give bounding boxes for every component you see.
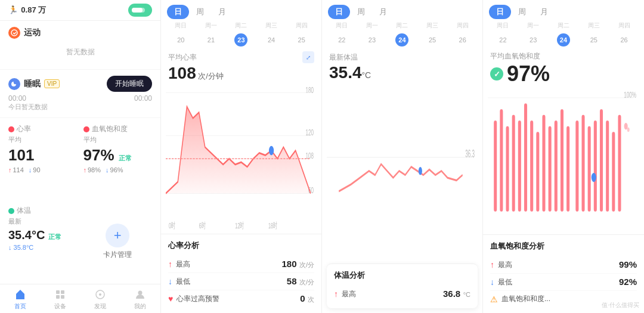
discover-icon [94, 288, 107, 301]
heart-analysis-title: 心率分析 [168, 240, 314, 251]
temp-latest-value: 35.4°C [322, 63, 482, 83]
oxy-value: 97% 正常 [83, 147, 153, 164]
oxy-warn-icon: ⚠ [490, 295, 498, 304]
nav-home[interactable]: 首页 [0, 288, 40, 311]
heart-metric-value: 108 次/分钟 [161, 63, 321, 83]
heart-date-row: 20 21 23 24 25 [161, 31, 321, 50]
left-panel: 🏃 0.87 万 运动 暂无数据 睡眠 VIP [0, 0, 161, 313]
heart-analysis: 心率分析 ↑ 最高 180 次/分 ↓ 最低 58 次/分 [161, 234, 321, 313]
sleep-no-data: 今日暂无数据 [8, 103, 152, 111]
temperature-card: 体温 最新 35.4°C 正常 ↓ 35.8°C [8, 206, 78, 278]
heart-analysis-high: ↑ 最高 180 次/分 [168, 256, 314, 273]
oxy-analysis-warn: ⚠ 血氧饱和和度... [490, 291, 637, 307]
profile-icon [134, 288, 147, 301]
oxy-label: 血氧饱和度 [92, 124, 128, 134]
home-icon [14, 288, 27, 301]
svg-point-10 [138, 291, 143, 295]
start-sleep-button[interactable]: 开始睡眠 [107, 76, 152, 92]
add-icon: + [106, 224, 129, 247]
heart-rate-chart-panel: 日 周 月 周日 周一 周二 周三 周四 20 21 23 24 25 平均心率… [161, 0, 322, 313]
temp-value: 35.4°C 正常 [8, 228, 78, 241]
nav-discover-label: 发现 [94, 302, 106, 311]
temp-analysis-high: ↑ 最高 36.8 °C [334, 286, 470, 302]
vip-badge: VIP [44, 79, 60, 88]
oxy-tab-week[interactable]: 周 [511, 5, 533, 19]
temp-tab-week[interactable]: 周 [350, 5, 372, 19]
heart-tab-month[interactable]: 月 [211, 5, 233, 19]
temp-chart-svg: 36.3 [327, 83, 478, 259]
temperature-chart-panel: 日 周 月 周日 周一 周二 周三 周四 22 23 24 25 26 最新体温… [322, 0, 483, 313]
svg-rect-32 [506, 126, 509, 212]
date-1: 21 [196, 35, 227, 45]
heart-chart-svg: 180 120 108 60 [166, 83, 317, 234]
svg-rect-36 [530, 120, 533, 212]
svg-rect-34 [518, 120, 521, 212]
day-label-0: 周日 [166, 21, 196, 30]
svg-rect-45 [588, 126, 591, 212]
oxy-analysis-high: ↑ 最高 99% [490, 256, 637, 274]
oxy-detail: ↑ 98% ↓ 96% [83, 166, 153, 173]
svg-rect-39 [549, 126, 552, 212]
heart-analysis-low: ↓ 最低 58 次/分 [168, 273, 314, 290]
svg-text:36.3: 36.3 [465, 147, 475, 160]
svg-text:12时: 12时 [235, 221, 244, 230]
sleep-title: 睡眠 [24, 79, 41, 89]
heart-value: 101 [8, 147, 78, 164]
day-label-1: 周一 [196, 21, 227, 30]
svg-text:120: 120 [305, 127, 314, 138]
temp-tab-day[interactable]: 日 [328, 5, 350, 19]
svg-text:18时: 18时 [268, 221, 277, 230]
temp-high-icon: ↑ [334, 289, 338, 299]
oxy-analysis-low: ↓ 最低 92% [490, 274, 637, 291]
temp-tab-bar: 日 周 月 [322, 0, 482, 21]
svg-rect-37 [536, 132, 539, 212]
heart-metric-label: 平均心率 ⤢ [161, 50, 321, 63]
heart-day-row: 周日 周一 周二 周三 周四 [161, 21, 321, 31]
expand-icon[interactable]: ⤢ [302, 51, 314, 63]
svg-point-2 [11, 30, 17, 36]
exercise-title: 运动 [24, 27, 41, 38]
nav-device[interactable]: 设备 [40, 288, 80, 311]
oxy-high-icon: ↑ [490, 260, 494, 269]
temp-sub: 最新 [8, 217, 78, 226]
heart-tab-bar: 日 周 月 [161, 0, 321, 21]
nav-discover[interactable]: 发现 [80, 288, 120, 311]
heart-tab-day[interactable]: 日 [167, 5, 189, 19]
heart-sub: 平均 [8, 135, 78, 144]
exercise-no-data: 暂无数据 [8, 41, 152, 63]
blood-oxygen-chart-panel: 日 周 月 周日 周一 周二 周三 周四 22 23 24 25 26 平均血氧… [483, 0, 644, 313]
svg-rect-50 [618, 115, 621, 212]
svg-rect-48 [606, 120, 609, 212]
svg-text:108: 108 [305, 150, 314, 161]
oxy-chart-svg: 100% [488, 86, 639, 234]
nav-profile[interactable]: 我的 [120, 288, 160, 311]
svg-text:6时: 6时 [199, 221, 206, 230]
temp-date-row: 22 23 24 25 26 [322, 31, 482, 50]
svg-point-9 [99, 293, 101, 296]
svg-rect-42 [566, 126, 569, 212]
oxy-tab-day[interactable]: 日 [489, 5, 511, 19]
temp-tab-month[interactable]: 月 [372, 5, 394, 19]
temp-latest-label: 最新体温 [322, 50, 482, 63]
temp-dot [8, 208, 14, 214]
sleep-section: 睡眠 VIP 开始睡眠 00:00 00:00 今日暂无数据 [0, 70, 160, 118]
sleep-time-end: 00:00 [134, 94, 152, 103]
warn-heart-icon: ♥ [168, 294, 173, 303]
svg-text:180: 180 [305, 84, 314, 95]
add-card[interactable]: + 卡片管理 [83, 206, 153, 278]
svg-point-51 [592, 173, 596, 182]
svg-point-53 [627, 128, 630, 132]
svg-text:100%: 100% [624, 89, 636, 100]
oxy-date-row: 22 23 24 25 26 [483, 31, 644, 50]
temp-day-row: 周日 周一 周二 周三 周四 [322, 21, 482, 31]
oxy-tab-month[interactable]: 月 [533, 5, 555, 19]
device-icon [54, 288, 67, 301]
heart-label: 心率 [17, 124, 31, 134]
oxy-sub: 平均 [83, 135, 153, 144]
svg-rect-33 [512, 115, 515, 212]
svg-rect-38 [542, 115, 545, 212]
date-4: 25 [286, 35, 317, 45]
exercise-section: 运动 暂无数据 [0, 21, 160, 70]
heart-rate-card: 心率 平均 101 ↑ 114 ↓ 90 [8, 124, 78, 200]
heart-tab-week[interactable]: 周 [189, 5, 211, 19]
